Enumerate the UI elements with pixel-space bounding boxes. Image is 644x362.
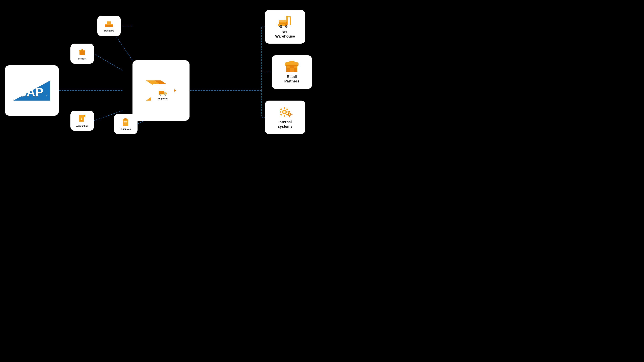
accounting-label: Accounting [76,125,88,127]
svg-rect-63 [297,65,298,66]
svg-rect-56 [290,16,291,25]
retail-label: Retail Partners [284,75,299,83]
internal-icon [277,106,293,118]
svg-rect-44 [124,124,126,124]
product-icon [78,48,86,56]
accounting-card: $ Accounting [70,111,94,131]
svg-rect-49 [279,20,286,23]
svg-rect-70 [288,111,289,113]
svg-text:$: $ [81,117,82,120]
svg-rect-23 [105,24,109,27]
svg-rect-73 [280,114,282,116]
svg-point-38 [165,94,166,95]
retail-icon [284,61,299,73]
svg-rect-77 [289,111,290,112]
warehouse-icon [278,15,293,28]
svg-point-76 [289,113,290,115]
svg-rect-72 [286,108,288,110]
svg-rect-25 [107,21,111,24]
svg-rect-32 [80,120,83,121]
svg-rect-80 [291,114,292,115]
svg-point-53 [286,26,287,27]
svg-rect-41 [124,118,126,120]
svg-text:SAP: SAP [18,85,43,99]
internal-label: Internal systems [278,120,292,129]
svg-rect-57 [285,63,298,66]
inventory-icon [105,20,113,28]
svg-rect-62 [286,65,286,66]
fulfilment-label: Fulfilment [120,128,131,131]
shipment-label: Shipment [158,97,168,100]
product-label: Product [78,57,86,60]
svg-rect-71 [280,108,282,110]
inventory-label: Inventory [104,29,114,32]
svg-rect-22 [82,49,83,50]
svg-rect-68 [284,115,285,117]
shipment-card: Shipment [151,84,174,104]
retail-card: Retail Partners [272,55,312,89]
svg-point-36 [160,94,161,95]
svg-rect-24 [109,24,113,27]
svg-rect-42 [124,121,127,122]
svg-rect-43 [124,122,127,123]
svg-rect-69 [280,111,282,113]
svg-line-1 [94,54,122,70]
accounting-icon: $ [78,115,86,123]
inventory-card: Inventory [97,16,121,36]
svg-rect-60 [287,66,290,68]
warehouse-card: 3PL Warehouse [265,10,305,43]
internal-card: Internal systems [265,100,305,134]
diagram-container: SAP ® Product [0,0,322,181]
fulfilment-card: Fulfilment [114,114,138,134]
shipment-icon [158,88,167,96]
sap-card: SAP ® [5,65,59,116]
svg-rect-59 [290,68,294,72]
svg-point-66 [283,111,286,113]
svg-rect-67 [284,107,285,109]
svg-rect-79 [286,114,288,115]
svg-rect-61 [294,66,297,68]
fulfilment-icon [122,118,130,126]
svg-point-51 [280,26,282,27]
svg-marker-64 [285,61,298,63]
product-card: Product [70,43,94,64]
svg-rect-48 [278,24,285,25]
svg-rect-27 [109,24,113,25]
svg-rect-34 [159,91,164,93]
sap-logo-icon: SAP ® [14,80,50,100]
svg-rect-39 [164,92,166,93]
svg-text:®: ® [46,94,47,96]
svg-rect-78 [289,116,290,117]
warehouse-label: 3PL Warehouse [275,30,295,39]
svg-rect-26 [105,24,109,25]
